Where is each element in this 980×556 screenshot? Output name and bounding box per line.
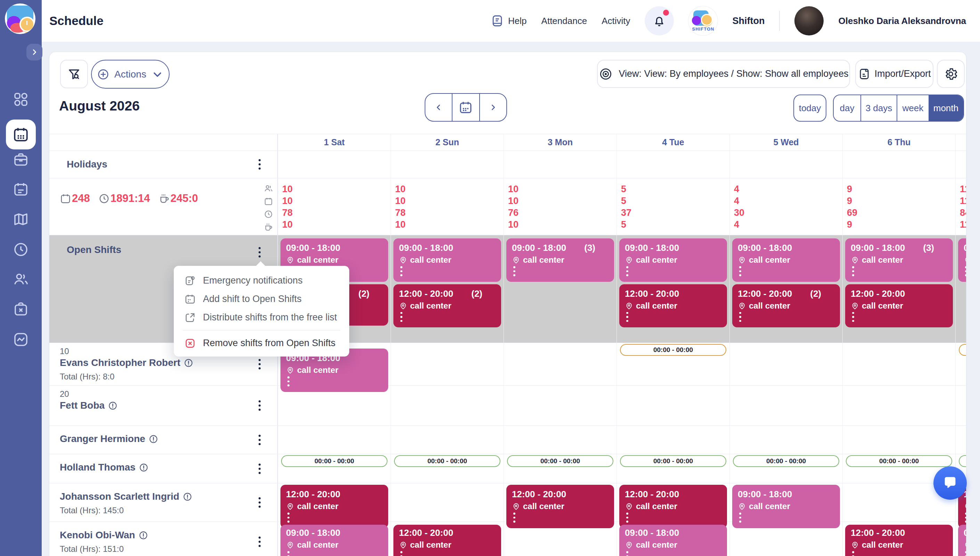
sidebar-item-map-icon[interactable] xyxy=(13,211,29,228)
schedule-cell[interactable] xyxy=(843,343,956,385)
schedule-cell[interactable] xyxy=(843,386,956,425)
shift-menu-button[interactable] xyxy=(625,550,705,556)
shift-card[interactable]: 09:00 - 18:00call center xyxy=(732,238,840,282)
shift-menu-button[interactable] xyxy=(625,265,705,278)
schedule-cell[interactable]: 12:00 - 20:00call center xyxy=(843,522,956,556)
shift-menu-button[interactable] xyxy=(399,550,479,556)
shift-menu-button[interactable] xyxy=(625,311,705,323)
shift-pill[interactable]: 00:00 - 00:00 xyxy=(959,344,966,356)
employee-menu-button[interactable] xyxy=(257,535,262,548)
date-picker-button[interactable] xyxy=(452,94,479,121)
sidebar-item-reports-icon[interactable] xyxy=(13,331,29,348)
schedule-cell[interactable] xyxy=(391,483,504,522)
shift-card[interactable]: 12:00 - 20:00call center xyxy=(393,525,501,556)
menu-item-remove-shifts[interactable]: Remove shifts from Open Shifts xyxy=(174,334,349,352)
sidebar-expand-button[interactable] xyxy=(26,44,42,60)
attendance-link[interactable]: Attendance xyxy=(541,16,587,26)
shift-pill[interactable]: 00:00 - 00:00 xyxy=(846,455,952,467)
shift-card[interactable]: 12:00 - 20:00call center xyxy=(845,525,953,556)
schedule-cell[interactable] xyxy=(956,386,966,425)
shift-menu-button[interactable] xyxy=(738,265,818,278)
schedule-cell[interactable] xyxy=(730,343,843,385)
schedule-cell[interactable]: 00:00 - 00:00 xyxy=(504,454,617,483)
activity-link[interactable]: Activity xyxy=(602,16,630,26)
shift-card[interactable]: 09:00 - 18:00call center xyxy=(619,525,727,556)
notifications-button[interactable] xyxy=(645,6,674,36)
shift-pill[interactable]: 00:00 - 00:00 xyxy=(620,455,726,467)
shift-card[interactable]: 09:00 - 18:00call center xyxy=(281,525,388,556)
open-shifts-menu-button[interactable] xyxy=(257,246,262,259)
shift-menu-button[interactable] xyxy=(512,265,592,278)
schedule-cell[interactable]: 00:00 - 00:00 xyxy=(956,343,966,385)
holidays-menu-button[interactable] xyxy=(257,158,262,171)
next-period-button[interactable] xyxy=(479,94,506,121)
employee-menu-button[interactable] xyxy=(257,433,262,446)
today-button[interactable]: today xyxy=(793,95,827,121)
shift-menu-button[interactable] xyxy=(286,550,366,556)
shift-card[interactable]: 12:00 - 20:00(2)call center xyxy=(732,284,840,328)
schedule-cell[interactable]: 12:00 - 20:00call center xyxy=(617,483,730,522)
menu-item-3[interactable]: Distribute shifts from the free list xyxy=(174,308,349,326)
schedule-cell[interactable]: 00:00 - 00:00 xyxy=(730,454,843,483)
user-name[interactable]: Oleshko Daria Aleksandrovna xyxy=(838,16,966,26)
schedule-cell[interactable] xyxy=(956,426,966,454)
view-selector-button[interactable]: View: View: By employees / Show: Show al… xyxy=(597,60,850,88)
schedule-cell[interactable] xyxy=(391,386,504,425)
shift-menu-button[interactable] xyxy=(851,550,931,556)
shift-menu-button[interactable] xyxy=(399,311,479,323)
sidebar-item-schedule-icon-active[interactable] xyxy=(6,120,36,149)
schedule-cell[interactable] xyxy=(843,426,956,454)
schedule-cell[interactable]: 09:00 - 18:00call center xyxy=(956,522,966,556)
schedule-cell[interactable] xyxy=(278,386,391,425)
schedule-cell[interactable] xyxy=(617,426,730,454)
menu-item-1[interactable]: Emergency notifications xyxy=(174,272,349,290)
schedule-cell[interactable]: 12:00 - 20:00call center xyxy=(391,522,504,556)
schedule-cell[interactable]: 09:00 - 18:00call center xyxy=(617,522,730,556)
shift-card[interactable]: 09:00 - 18:00call center xyxy=(393,238,501,282)
shift-pill[interactable]: 00:00 - 00:00 xyxy=(733,455,839,467)
shift-card[interactable]: 09:00 - 18:00call center xyxy=(958,238,966,282)
app-logo-icon[interactable] xyxy=(5,3,36,34)
schedule-cell[interactable] xyxy=(504,343,617,385)
actions-button[interactable]: Actions xyxy=(91,60,170,89)
menu-item-2[interactable]: Add shift to Open Shifts xyxy=(174,290,349,308)
sidebar-item-employees-icon[interactable] xyxy=(13,271,29,288)
schedule-cell[interactable]: 12:00 - 20:00call center xyxy=(504,483,617,522)
help-link[interactable]: Help xyxy=(491,14,526,27)
schedule-cell[interactable] xyxy=(391,343,504,385)
shift-menu-button[interactable] xyxy=(399,265,479,278)
shift-menu-button[interactable] xyxy=(964,265,966,278)
employee-menu-button[interactable] xyxy=(257,357,262,371)
sidebar-item-absences-icon[interactable] xyxy=(13,301,29,318)
shift-card[interactable]: 12:00 - 20:00(2)call center xyxy=(393,284,501,328)
employee-menu-button[interactable] xyxy=(257,462,262,475)
employee-menu-button[interactable] xyxy=(257,399,262,412)
shift-card[interactable]: 09:00 - 18:00call center xyxy=(732,485,840,528)
schedule-cell[interactable]: 00:00 - 00:00 xyxy=(278,454,391,483)
sidebar-item-dashboard-icon[interactable] xyxy=(13,91,29,108)
view-range-3-days[interactable]: 3 days xyxy=(861,95,897,121)
shift-card[interactable]: 09:00 - 18:00call center xyxy=(619,238,727,282)
shift-menu-button[interactable] xyxy=(964,550,966,556)
shift-card[interactable]: 12:00 - 20:00call center xyxy=(619,485,727,528)
view-range-week[interactable]: week xyxy=(897,95,928,121)
schedule-cell[interactable] xyxy=(617,386,730,425)
view-range-day[interactable]: day xyxy=(834,95,861,121)
shift-menu-button[interactable] xyxy=(851,311,931,323)
shift-pill[interactable]: 00:00 - 00:00 xyxy=(507,455,614,467)
schedule-cell[interactable] xyxy=(391,426,504,454)
schedule-cell[interactable]: 00:00 - 00:00 xyxy=(617,454,730,483)
settings-button[interactable] xyxy=(937,60,965,88)
prev-period-button[interactable] xyxy=(425,94,452,121)
shift-card[interactable]: 09:00 - 18:00(3)call center xyxy=(506,238,614,282)
sidebar-item-planning-icon[interactable] xyxy=(13,181,29,198)
sidebar-item-company-icon[interactable] xyxy=(13,151,29,168)
shift-menu-button[interactable] xyxy=(851,265,931,278)
shift-card[interactable]: 09:00 - 18:00(3)call center xyxy=(845,238,953,282)
schedule-cell[interactable] xyxy=(504,386,617,425)
workspace-logo-icon[interactable]: SHIFTON xyxy=(688,6,718,36)
filter-button[interactable] xyxy=(60,60,88,88)
schedule-cell[interactable]: 00:00 - 00:00 xyxy=(617,343,730,385)
shift-card[interactable]: 12:00 - 20:00call center xyxy=(281,485,388,528)
schedule-cell[interactable]: 00:00 - 00:00 xyxy=(391,454,504,483)
